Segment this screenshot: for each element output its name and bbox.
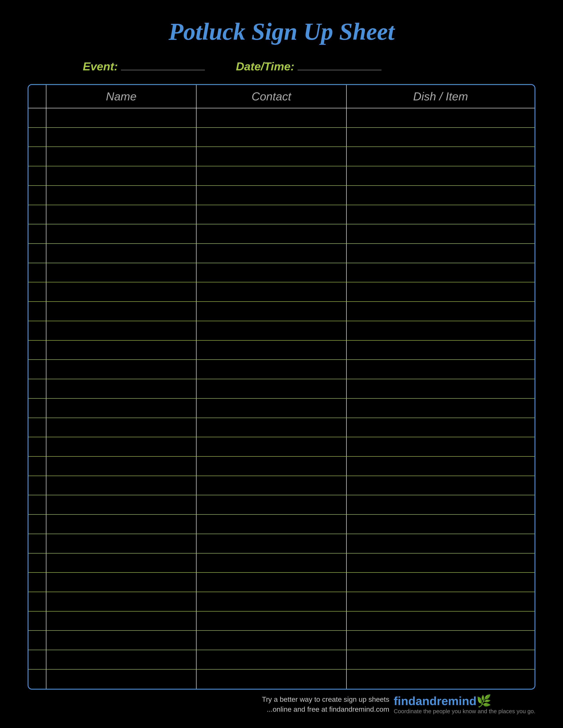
row-dish-cell[interactable] bbox=[347, 650, 535, 669]
table-row[interactable] bbox=[28, 360, 535, 379]
row-name-cell[interactable] bbox=[46, 205, 196, 224]
row-name-cell[interactable] bbox=[46, 263, 196, 282]
row-dish-cell[interactable] bbox=[347, 534, 535, 553]
row-dish-cell[interactable] bbox=[347, 205, 535, 224]
row-dish-cell[interactable] bbox=[347, 514, 535, 534]
row-name-cell[interactable] bbox=[46, 186, 196, 205]
table-row[interactable] bbox=[28, 302, 535, 321]
row-name-cell[interactable] bbox=[46, 611, 196, 631]
table-row[interactable] bbox=[28, 572, 535, 592]
row-name-cell[interactable] bbox=[46, 592, 196, 611]
row-dish-cell[interactable] bbox=[347, 244, 535, 263]
table-row[interactable] bbox=[28, 650, 535, 669]
row-name-cell[interactable] bbox=[46, 128, 196, 147]
row-dish-cell[interactable] bbox=[347, 224, 535, 244]
table-row[interactable] bbox=[28, 495, 535, 514]
row-name-cell[interactable] bbox=[46, 398, 196, 418]
row-name-cell[interactable] bbox=[46, 108, 196, 128]
table-row[interactable] bbox=[28, 418, 535, 437]
row-name-cell[interactable] bbox=[46, 495, 196, 514]
row-dish-cell[interactable] bbox=[347, 437, 535, 456]
row-dish-cell[interactable] bbox=[347, 321, 535, 340]
table-row[interactable] bbox=[28, 321, 535, 340]
table-row[interactable] bbox=[28, 263, 535, 282]
row-contact-cell[interactable] bbox=[196, 437, 347, 456]
row-contact-cell[interactable] bbox=[196, 108, 347, 128]
row-dish-cell[interactable] bbox=[347, 263, 535, 282]
table-row[interactable] bbox=[28, 514, 535, 534]
row-contact-cell[interactable] bbox=[196, 534, 347, 553]
row-contact-cell[interactable] bbox=[196, 418, 347, 437]
row-contact-cell[interactable] bbox=[196, 263, 347, 282]
row-dish-cell[interactable] bbox=[347, 166, 535, 186]
table-row[interactable] bbox=[28, 456, 535, 476]
row-name-cell[interactable] bbox=[46, 572, 196, 592]
row-name-cell[interactable] bbox=[46, 476, 196, 495]
row-contact-cell[interactable] bbox=[196, 398, 347, 418]
row-contact-cell[interactable] bbox=[196, 147, 347, 166]
row-dish-cell[interactable] bbox=[347, 669, 535, 689]
table-row[interactable] bbox=[28, 224, 535, 244]
table-row[interactable] bbox=[28, 476, 535, 495]
table-row[interactable] bbox=[28, 244, 535, 263]
row-contact-cell[interactable] bbox=[196, 456, 347, 476]
table-row[interactable] bbox=[28, 611, 535, 631]
row-dish-cell[interactable] bbox=[347, 592, 535, 611]
row-name-cell[interactable] bbox=[46, 340, 196, 360]
row-contact-cell[interactable] bbox=[196, 476, 347, 495]
row-dish-cell[interactable] bbox=[347, 186, 535, 205]
table-row[interactable] bbox=[28, 186, 535, 205]
table-row[interactable] bbox=[28, 630, 535, 650]
table-row[interactable] bbox=[28, 166, 535, 186]
row-name-cell[interactable] bbox=[46, 534, 196, 553]
row-name-cell[interactable] bbox=[46, 379, 196, 398]
table-row[interactable] bbox=[28, 592, 535, 611]
row-dish-cell[interactable] bbox=[347, 418, 535, 437]
row-name-cell[interactable] bbox=[46, 244, 196, 263]
row-contact-cell[interactable] bbox=[196, 495, 347, 514]
row-dish-cell[interactable] bbox=[347, 572, 535, 592]
row-dish-cell[interactable] bbox=[347, 476, 535, 495]
table-row[interactable] bbox=[28, 282, 535, 302]
row-contact-cell[interactable] bbox=[196, 611, 347, 631]
row-name-cell[interactable] bbox=[46, 224, 196, 244]
row-name-cell[interactable] bbox=[46, 514, 196, 534]
table-row[interactable] bbox=[28, 437, 535, 456]
row-dish-cell[interactable] bbox=[347, 282, 535, 302]
row-name-cell[interactable] bbox=[46, 282, 196, 302]
row-dish-cell[interactable] bbox=[347, 553, 535, 573]
row-dish-cell[interactable] bbox=[347, 302, 535, 321]
row-name-cell[interactable] bbox=[46, 147, 196, 166]
row-dish-cell[interactable] bbox=[347, 630, 535, 650]
row-contact-cell[interactable] bbox=[196, 572, 347, 592]
row-name-cell[interactable] bbox=[46, 437, 196, 456]
row-dish-cell[interactable] bbox=[347, 611, 535, 631]
row-contact-cell[interactable] bbox=[196, 669, 347, 689]
table-row[interactable] bbox=[28, 108, 535, 128]
row-contact-cell[interactable] bbox=[196, 340, 347, 360]
row-contact-cell[interactable] bbox=[196, 302, 347, 321]
row-contact-cell[interactable] bbox=[196, 360, 347, 379]
table-row[interactable] bbox=[28, 534, 535, 553]
row-dish-cell[interactable] bbox=[347, 128, 535, 147]
row-dish-cell[interactable] bbox=[347, 456, 535, 476]
row-dish-cell[interactable] bbox=[347, 147, 535, 166]
row-dish-cell[interactable] bbox=[347, 108, 535, 128]
row-dish-cell[interactable] bbox=[347, 360, 535, 379]
row-contact-cell[interactable] bbox=[196, 379, 347, 398]
row-contact-cell[interactable] bbox=[196, 321, 347, 340]
row-contact-cell[interactable] bbox=[196, 553, 347, 573]
row-contact-cell[interactable] bbox=[196, 166, 347, 186]
row-contact-cell[interactable] bbox=[196, 205, 347, 224]
row-name-cell[interactable] bbox=[46, 360, 196, 379]
table-row[interactable] bbox=[28, 398, 535, 418]
datetime-underline[interactable] bbox=[298, 59, 382, 70]
row-name-cell[interactable] bbox=[46, 650, 196, 669]
row-dish-cell[interactable] bbox=[347, 379, 535, 398]
row-contact-cell[interactable] bbox=[196, 186, 347, 205]
row-contact-cell[interactable] bbox=[196, 592, 347, 611]
table-row[interactable] bbox=[28, 128, 535, 147]
row-contact-cell[interactable] bbox=[196, 224, 347, 244]
row-name-cell[interactable] bbox=[46, 669, 196, 689]
row-name-cell[interactable] bbox=[46, 166, 196, 186]
